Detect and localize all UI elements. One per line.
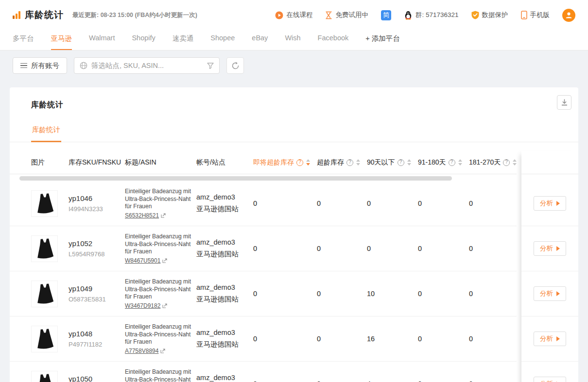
analyze-button[interactable]: 分析 (534, 377, 566, 382)
external-link-icon[interactable] (162, 303, 167, 308)
under-90-value: 0 (367, 199, 418, 207)
sort-icon[interactable] (513, 159, 517, 166)
inventory-age-table: 图片 库存SKU/FNSKU 标题/ASIN 帐号/站点 即将超龄库存 超龄库存… (10, 151, 578, 382)
play-circle-icon (275, 11, 283, 19)
black-dress-image (34, 192, 56, 215)
tab-aliexpress[interactable]: 速卖通 (173, 30, 194, 50)
question-icon[interactable] (503, 159, 510, 166)
analyze-button[interactable]: 分析 (534, 196, 566, 211)
download-icon (561, 99, 568, 106)
tab-shopify[interactable]: Shopify (132, 30, 155, 50)
site-name: 亚马逊德国站 (196, 249, 253, 259)
question-icon[interactable] (449, 159, 455, 166)
black-dress-image (34, 237, 56, 260)
external-link-icon[interactable] (160, 349, 165, 353)
product-thumbnail[interactable] (31, 190, 58, 217)
tab-amazon[interactable]: 亚马逊 (51, 30, 72, 50)
header-overage[interactable]: 超龄库存 (317, 158, 367, 167)
account-name: amz_demo3 (196, 193, 253, 201)
181-270-value: 0 (469, 199, 517, 207)
product-thumbnail[interactable] (31, 235, 58, 262)
site-sku-filter-box[interactable] (74, 57, 220, 74)
sort-icon[interactable] (458, 159, 462, 166)
tab-inventory-age-stats[interactable]: 库龄统计 (31, 121, 61, 142)
tab-ebay[interactable]: eBay (252, 30, 268, 50)
fnsku-value: P4977I1182 (69, 341, 125, 348)
91-180-value: 0 (418, 290, 469, 298)
header-title-asin: 标题/ASIN (125, 158, 196, 167)
hourglass-icon (325, 11, 332, 19)
asin-link[interactable]: S6532H8521 (125, 212, 159, 219)
mobile-version-label: 手机版 (530, 11, 550, 19)
play-triangle-icon (556, 291, 560, 296)
181-270-value: 0 (469, 380, 517, 382)
simplified-chinese-badge[interactable]: 简 (381, 10, 391, 20)
data-protection-link[interactable]: 数据保护 (471, 11, 508, 19)
user-avatar[interactable] (562, 9, 575, 22)
overage-value: 0 (317, 290, 367, 298)
question-icon[interactable] (296, 159, 303, 166)
header-under-90-days[interactable]: 90天以下 (367, 158, 418, 167)
sort-icon[interactable] (306, 159, 310, 166)
tab-multi-platform[interactable]: 多平台 (13, 30, 34, 50)
question-icon[interactable] (398, 159, 404, 166)
online-course-label: 在线课程 (286, 11, 312, 19)
sort-icon[interactable] (407, 159, 411, 166)
under-90-value: 16 (367, 335, 418, 343)
inventory-age-card: 库龄统计 库龄统计 图片 库存SKU/FNSKU 标题/ASIN 帐号/站点 即… (10, 87, 578, 382)
account-name: amz_demo3 (196, 283, 253, 291)
analyze-button[interactable]: 分析 (534, 286, 566, 301)
table-row: yp1052L5954R9768 Einteiliger Badeanzug m… (10, 226, 517, 271)
filter-funnel-icon[interactable] (207, 63, 214, 69)
external-link-icon[interactable] (161, 213, 166, 218)
all-accounts-label: 所有账号 (31, 61, 59, 70)
product-title: Einteiliger Badeanzug mit Ultra-Back-Pri… (125, 323, 192, 346)
tab-facebook[interactable]: Facebook (318, 30, 349, 50)
question-icon[interactable] (346, 159, 353, 166)
product-thumbnail[interactable] (31, 281, 58, 307)
under-90-value: 0 (367, 245, 418, 252)
analyze-button[interactable]: 分析 (534, 241, 566, 256)
black-dress-image (34, 282, 56, 305)
header-image: 图片 (10, 158, 69, 167)
page-title: 库龄统计 (25, 9, 64, 21)
horizontal-scrollbar-thumb[interactable] (19, 176, 452, 181)
mobile-version-link[interactable]: 手机版 (521, 11, 550, 19)
refresh-button[interactable] (226, 57, 244, 74)
product-thumbnail[interactable] (31, 371, 58, 382)
asin-link[interactable]: W3467D9182 (125, 302, 160, 309)
table-row: yp1050Q3519X7718 Einteiliger Badeanzug m… (10, 362, 517, 382)
fixed-column-header (521, 151, 578, 174)
online-course-link[interactable]: 在线课程 (275, 11, 312, 19)
header-91-180-days[interactable]: 91-180天 (418, 158, 469, 167)
near-overage-value: 0 (253, 335, 317, 343)
topbar-left: 库龄统计 最近更新: 08-23 15:00 (FBA约4小时更新一次) (13, 9, 197, 21)
header-near-overage[interactable]: 即将超龄库存 (253, 158, 317, 167)
all-accounts-button[interactable]: 所有账号 (13, 57, 67, 74)
add-platform-button[interactable]: + 添加平台 (365, 30, 400, 50)
filter-search-input[interactable] (91, 62, 203, 69)
tab-wish[interactable]: Wish (285, 30, 300, 50)
export-download-button[interactable] (557, 95, 571, 110)
platform-tabs: 多平台 亚马逊 Walmart Shopify 速卖通 Shopee eBay … (0, 30, 588, 50)
analyze-button[interactable]: 分析 (534, 332, 566, 346)
qq-icon (404, 11, 413, 20)
header-181-270-days[interactable]: 181-270天 (469, 158, 517, 167)
table-header-row: 图片 库存SKU/FNSKU 标题/ASIN 帐号/站点 即将超龄库存 超龄库存… (10, 151, 517, 174)
product-title: Einteiliger Badeanzug mit Ultra-Back-Pri… (125, 188, 192, 211)
product-thumbnail[interactable] (31, 326, 58, 352)
near-overage-value: 0 (253, 245, 317, 252)
tab-walmart[interactable]: Walmart (89, 30, 115, 50)
sku-value: yp1049 (69, 284, 125, 293)
table-row: yp1046I4994N3233 Einteiliger Badeanzug m… (10, 181, 517, 226)
sort-icon[interactable] (356, 159, 360, 166)
sku-value: yp1050 (69, 375, 125, 382)
sku-value: yp1046 (69, 194, 125, 202)
qq-group-link[interactable]: 群: 571736321 (404, 11, 459, 20)
asin-link[interactable]: W8467U5901 (125, 257, 160, 264)
free-trial-link[interactable]: 免费试用中 (325, 11, 368, 19)
tab-shopee[interactable]: Shopee (210, 30, 235, 50)
external-link-icon[interactable] (162, 258, 167, 263)
asin-link[interactable]: A7758V8894 (125, 348, 158, 354)
table-row: yp1049O5873E5831 Einteiliger Badeanzug m… (10, 271, 517, 316)
